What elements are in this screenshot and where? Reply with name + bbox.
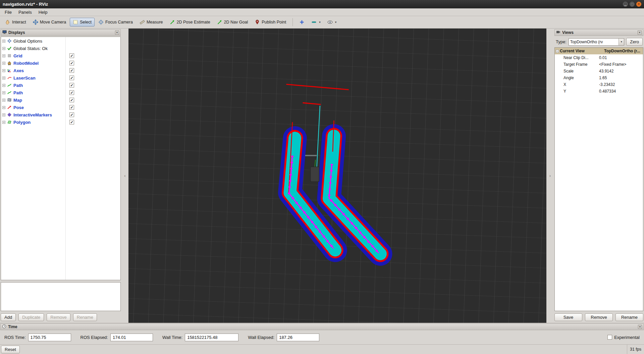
current-view-value: TopDownOrtho (r...	[604, 49, 643, 53]
display-row-robotmodel[interactable]: + RobotModel ✓	[1, 59, 120, 67]
property-value[interactable]: <Fixed Frame>	[599, 62, 643, 67]
tool-interact[interactable]: Interact	[2, 18, 29, 27]
display-checkbox[interactable]: ✓	[69, 68, 74, 73]
expander-icon[interactable]: +	[2, 113, 5, 116]
display-row-map[interactable]: + Map ✓	[1, 96, 120, 104]
view-property-row[interactable]: Angle 1.65	[555, 74, 643, 81]
property-value[interactable]: 0.487334	[599, 89, 643, 94]
view-type-combo[interactable]: TopDownOrtho (rv ▾	[569, 38, 624, 46]
remove-display-button[interactable]: Remove	[47, 313, 70, 321]
rename-display-button[interactable]: Rename	[73, 313, 97, 321]
chevron-down-icon[interactable]: ▾	[619, 39, 624, 45]
viewport-canvas[interactable]	[128, 29, 546, 323]
left-splitter[interactable]: ‹	[121, 29, 128, 323]
expander-icon[interactable]: +	[2, 62, 5, 65]
menu-file[interactable]: File	[1, 9, 15, 15]
collapse-left-icon[interactable]: ‹	[124, 173, 125, 178]
display-row-polygon[interactable]: + Polygon ✓	[1, 118, 120, 126]
hand-icon	[5, 19, 10, 25]
close-button[interactable]: ×	[636, 2, 641, 7]
chevron-down-icon: ▾	[319, 20, 321, 24]
line-tool-dropdown[interactable]: ▾	[308, 18, 324, 27]
displays-panel-header[interactable]: Displays ×	[1, 29, 121, 36]
display-checkbox[interactable]: ✓	[69, 98, 74, 102]
display-row-global-status[interactable]: + Global Status: Ok	[1, 45, 120, 52]
tool-2d-nav-goal[interactable]: 2D Nav Goal	[214, 18, 251, 27]
close-icon[interactable]: ×	[115, 31, 119, 35]
tool-measure[interactable]: Measure	[137, 18, 166, 27]
rename-view-button[interactable]: Rename	[615, 313, 643, 321]
property-value[interactable]: 43.9142	[599, 69, 643, 73]
add-display-button[interactable]: Add	[1, 313, 16, 321]
display-row-path-2[interactable]: + Path ✓	[1, 89, 120, 96]
tool-2d-pose-estimate[interactable]: 2D Pose Estimate	[167, 18, 213, 27]
view-property-row[interactable]: X -3.23432	[555, 81, 643, 88]
display-label: Map	[13, 98, 22, 103]
display-checkbox[interactable]: ✓	[69, 105, 74, 110]
display-row-laserscan[interactable]: + LaserScan ✓	[1, 74, 120, 82]
expander-icon[interactable]: +	[2, 99, 5, 102]
ros-elapsed-field[interactable]	[110, 334, 153, 341]
zero-button[interactable]: Zero	[626, 38, 643, 46]
remove-view-button[interactable]: Remove	[585, 313, 613, 321]
expander-icon[interactable]: +	[2, 77, 5, 80]
expander-icon[interactable]: +	[2, 47, 5, 50]
time-panel-header[interactable]: Time ×	[0, 323, 644, 330]
display-row-interactivemarkers[interactable]: + InteractiveMarkers ✓	[1, 111, 120, 118]
display-row-grid[interactable]: + Grid ✓	[1, 52, 120, 59]
expander-icon[interactable]: +	[2, 69, 5, 72]
save-view-button[interactable]: Save	[554, 313, 582, 321]
property-value[interactable]: 0.01	[599, 55, 643, 60]
expander-icon[interactable]: +	[2, 54, 5, 57]
property-value[interactable]: 1.65	[599, 75, 643, 80]
close-icon[interactable]: ×	[638, 31, 642, 35]
display-row-pose[interactable]: + Pose ✓	[1, 104, 120, 111]
wall-elapsed-field[interactable]	[277, 334, 319, 341]
view-property-row[interactable]: Scale 43.9142	[555, 68, 643, 74]
collapse-right-icon[interactable]: ›	[549, 173, 551, 178]
experimental-checkbox[interactable]	[607, 335, 612, 340]
display-checkbox[interactable]: ✓	[69, 120, 74, 124]
tool-move-camera[interactable]: Move Camera	[30, 18, 69, 27]
minimize-button[interactable]: ▁	[623, 2, 628, 7]
tool-focus-camera[interactable]: Focus Camera	[95, 18, 136, 27]
tool-select[interactable]: Select	[70, 18, 95, 27]
display-row-global-options[interactable]: + Global Options	[1, 37, 120, 45]
views-panel-header[interactable]: Views ×	[554, 29, 643, 36]
menu-help[interactable]: Help	[35, 9, 51, 15]
laserscan-icon	[7, 75, 12, 80]
menu-panels[interactable]: Panels	[15, 9, 35, 15]
collapse-expander-icon[interactable]: −	[556, 50, 559, 53]
display-checkbox[interactable]: ✓	[69, 75, 74, 80]
add-tool-button[interactable]	[296, 18, 308, 27]
wall-elapsed-group: Wall Elapsed:	[248, 334, 319, 341]
display-row-path-1[interactable]: + Path ✓	[1, 82, 120, 89]
expander-icon[interactable]: +	[2, 91, 5, 94]
view-property-row[interactable]: Near Clip Di... 0.01	[555, 54, 643, 61]
maximize-button[interactable]: ▢	[630, 2, 635, 7]
tool-publish-point[interactable]: Publish Point	[252, 18, 289, 27]
expander-icon[interactable]: +	[2, 40, 5, 43]
display-checkbox[interactable]: ✓	[69, 90, 74, 95]
clock-icon	[2, 324, 6, 330]
view-property-row[interactable]: Y 0.487334	[555, 88, 643, 95]
visibility-dropdown[interactable]: ▾	[324, 18, 340, 27]
view-property-row[interactable]: Target Frame <Fixed Frame>	[555, 61, 643, 68]
duplicate-display-button[interactable]: Duplicate	[18, 313, 44, 321]
3d-viewport[interactable]	[128, 29, 546, 323]
wall-time-field[interactable]	[185, 334, 238, 341]
expander-icon[interactable]: +	[2, 106, 5, 109]
display-checkbox[interactable]: ✓	[69, 61, 74, 65]
close-icon[interactable]: ×	[638, 325, 642, 329]
display-checkbox[interactable]: ✓	[69, 112, 74, 117]
property-value[interactable]: -3.23432	[599, 82, 643, 87]
display-checkbox[interactable]: ✓	[69, 53, 74, 58]
expander-icon[interactable]: +	[2, 84, 5, 87]
reset-button[interactable]: Reset	[1, 346, 20, 353]
right-splitter[interactable]: ›	[546, 29, 554, 323]
display-checkbox[interactable]: ✓	[69, 83, 74, 88]
display-row-axes[interactable]: + Axes ✓	[1, 67, 120, 74]
expander-icon[interactable]: +	[2, 121, 5, 124]
current-view-row[interactable]: − Current View TopDownOrtho (r...	[555, 48, 643, 54]
ros-time-field[interactable]	[28, 334, 71, 341]
